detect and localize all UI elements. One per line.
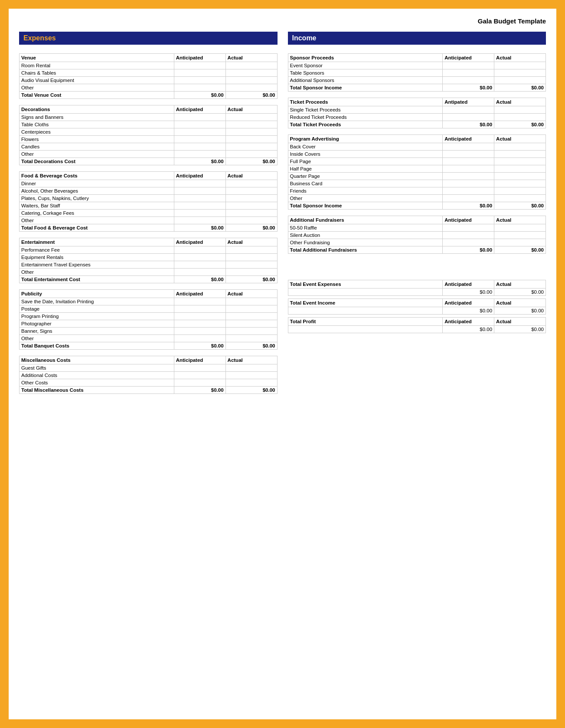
row-actual bbox=[494, 165, 546, 173]
row-label: Candles bbox=[20, 143, 174, 151]
row-label: Waiters, Bar Staff bbox=[20, 202, 174, 210]
income-column: Income Sponsor Proceeds Anticipated Actu… bbox=[288, 32, 546, 400]
publicity-label: Publicity bbox=[20, 290, 174, 298]
table-row: Guest Gifts bbox=[20, 364, 278, 372]
row-anticipated bbox=[174, 195, 225, 202]
row-actual bbox=[225, 364, 277, 372]
food-beverage-table: Food & Beverage Costs Anticipated Actual… bbox=[19, 171, 278, 232]
row-actual bbox=[225, 136, 277, 143]
fundraisers-total-row: Total Additional Fundraisers $0.00 $0.00 bbox=[288, 246, 546, 254]
publicity-total-actual: $0.00 bbox=[225, 342, 277, 350]
row-actual bbox=[225, 114, 277, 121]
row-label: Half Page bbox=[288, 165, 443, 173]
row-anticipated bbox=[174, 84, 225, 92]
miscellaneous-actual-header: Actual bbox=[225, 356, 277, 364]
table-row: Other bbox=[20, 84, 278, 92]
row-label: Reduced Ticket Proceeds bbox=[288, 114, 443, 121]
row-anticipated bbox=[443, 106, 494, 114]
venue-label: Venue bbox=[20, 54, 174, 62]
row-anticipated bbox=[174, 151, 225, 158]
row-anticipated bbox=[174, 62, 225, 69]
row-actual bbox=[225, 151, 277, 158]
row-label: Photographer bbox=[20, 320, 174, 328]
total-profit-actual-val: $0.00 bbox=[494, 326, 546, 333]
expenses-header: Expenses bbox=[19, 32, 278, 45]
row-label: Equipment Rentals bbox=[20, 254, 174, 261]
row-anticipated bbox=[174, 210, 225, 217]
table-row: Equipment Rentals bbox=[20, 254, 278, 261]
total-event-income-actual-val: $0.00 bbox=[494, 307, 546, 315]
venue-total-actual: $0.00 bbox=[225, 92, 277, 99]
row-actual bbox=[494, 158, 546, 165]
total-event-expenses-label: Total Event Expenses bbox=[288, 280, 443, 289]
row-actual bbox=[225, 62, 277, 69]
row-anticipated bbox=[174, 298, 225, 305]
row-label: Program Printing bbox=[20, 313, 174, 320]
table-row: Centerpieces bbox=[20, 128, 278, 136]
venue-total-row: Total Venue Cost $0.00 $0.00 bbox=[20, 92, 278, 99]
row-actual bbox=[225, 202, 277, 210]
row-label: Dinner bbox=[20, 180, 174, 187]
decorations-anticipated-header: Anticipated bbox=[174, 105, 225, 114]
row-anticipated bbox=[174, 313, 225, 320]
row-anticipated bbox=[443, 239, 494, 246]
row-anticipated bbox=[174, 69, 225, 77]
fundraisers-total-label: Total Additional Fundraisers bbox=[288, 246, 443, 254]
program-advertising-anticipated-header: Anticipated bbox=[443, 135, 494, 143]
row-actual bbox=[494, 187, 546, 195]
program-advertising-table: Program Advertising Anticipated Actual B… bbox=[288, 134, 546, 210]
sponsor-label: Sponsor Proceeds bbox=[288, 54, 443, 62]
row-actual bbox=[225, 128, 277, 136]
row-label: Other bbox=[20, 84, 174, 92]
total-event-income-blank bbox=[288, 307, 443, 315]
row-label: Friends bbox=[288, 187, 443, 195]
row-anticipated bbox=[174, 261, 225, 269]
total-profit-anticipated-header: Anticipated bbox=[443, 318, 494, 326]
table-row: Alcohol, Other Beverages bbox=[20, 187, 278, 195]
total-event-income-row: $0.00 $0.00 bbox=[288, 307, 546, 315]
table-row: Chairs & Tables bbox=[20, 69, 278, 77]
miscellaneous-table: Miscellaneous Costs Anticipated Actual G… bbox=[19, 356, 278, 394]
row-actual bbox=[494, 232, 546, 239]
fundraisers-total-actual: $0.00 bbox=[494, 246, 546, 254]
program-advertising-total-label: Total Sponsor Income bbox=[288, 202, 443, 210]
table-row: Event Sponsor bbox=[288, 62, 546, 69]
total-event-expenses-table: Total Event Expenses Anticipated Actual … bbox=[288, 280, 546, 296]
row-anticipated bbox=[174, 372, 225, 379]
row-actual bbox=[225, 379, 277, 387]
fundraisers-table: Additional Fundraisers Anticipated Actua… bbox=[288, 216, 546, 254]
total-event-expenses-anticipated-val: $0.00 bbox=[443, 289, 494, 296]
row-actual bbox=[494, 239, 546, 246]
venue-total-anticipated: $0.00 bbox=[174, 92, 225, 99]
row-actual bbox=[494, 62, 546, 69]
row-anticipated bbox=[174, 364, 225, 372]
row-label: Other Fundraising bbox=[288, 239, 443, 246]
row-label: Audio Visual Equipment bbox=[20, 77, 174, 84]
row-label: Plates, Cups, Napkins, Cutlery bbox=[20, 195, 174, 202]
entertainment-table: Entertainment Anticipated Actual Perform… bbox=[19, 238, 278, 283]
miscellaneous-total-row: Total Miscellaneous Costs $0.00 $0.00 bbox=[20, 387, 278, 394]
total-event-expenses-actual-val: $0.00 bbox=[494, 289, 546, 296]
venue-actual-header: Actual bbox=[225, 54, 277, 62]
total-event-expenses-blank bbox=[288, 289, 443, 296]
venue-anticipated-header: Anticipated bbox=[174, 54, 225, 62]
row-actual bbox=[225, 195, 277, 202]
table-row: Photographer bbox=[20, 320, 278, 328]
entertainment-anticipated-header: Anticipated bbox=[174, 238, 225, 246]
ticket-anticipated-header: Antipated bbox=[443, 98, 494, 106]
row-anticipated bbox=[174, 136, 225, 143]
table-row: Waiters, Bar Staff bbox=[20, 202, 278, 210]
row-anticipated bbox=[443, 62, 494, 69]
row-actual bbox=[225, 77, 277, 84]
row-anticipated bbox=[174, 202, 225, 210]
table-row: Silent Auction bbox=[288, 232, 546, 239]
row-actual bbox=[225, 143, 277, 151]
row-actual bbox=[494, 114, 546, 121]
row-label: 50-50 Raffle bbox=[288, 224, 443, 232]
row-anticipated bbox=[174, 246, 225, 254]
program-advertising-total-actual: $0.00 bbox=[494, 202, 546, 210]
sponsor-anticipated-header: Anticipated bbox=[443, 54, 494, 62]
table-row: Friends bbox=[288, 187, 546, 195]
total-event-income-table: Total Event Income Anticipated Actual $0… bbox=[288, 298, 546, 315]
food-beverage-label: Food & Beverage Costs bbox=[20, 172, 174, 180]
